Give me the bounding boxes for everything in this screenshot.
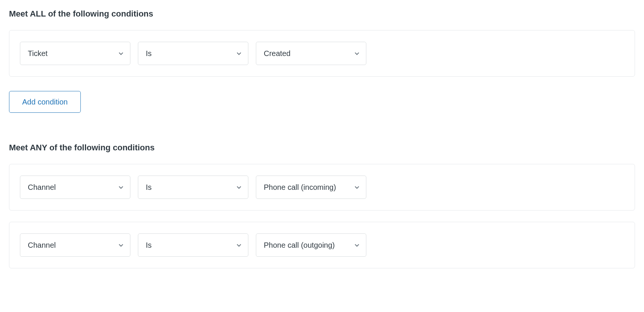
condition-operator-label: Is — [146, 183, 231, 192]
add-condition-button[interactable]: Add condition — [9, 91, 81, 113]
condition-field-label: Channel — [28, 183, 113, 192]
condition-operator-select[interactable]: Is — [138, 176, 248, 199]
condition-value-select[interactable]: Phone call (incoming) — [256, 176, 366, 199]
condition-operator-select[interactable]: Is — [138, 233, 248, 257]
chevron-down-icon — [354, 50, 360, 56]
any-conditions-group: Channel Is Phone call (outgoing) — [9, 222, 635, 268]
condition-field-select[interactable]: Ticket — [20, 42, 130, 65]
chevron-down-icon — [354, 242, 360, 248]
chevron-down-icon — [236, 50, 242, 56]
chevron-down-icon — [236, 242, 242, 248]
chevron-down-icon — [236, 184, 242, 190]
condition-field-select[interactable]: Channel — [20, 176, 130, 199]
condition-operator-select[interactable]: Is — [138, 42, 248, 65]
condition-row: Channel Is Phone call (outgoing) — [20, 233, 624, 257]
chevron-down-icon — [118, 184, 124, 190]
condition-value-label: Created — [264, 49, 349, 58]
condition-value-select[interactable]: Created — [256, 42, 366, 65]
condition-operator-label: Is — [146, 49, 231, 58]
condition-value-select[interactable]: Phone call (outgoing) — [256, 233, 366, 257]
any-conditions-group: Channel Is Phone call (incoming) — [9, 164, 635, 211]
condition-row: Channel Is Phone call (incoming) — [20, 176, 624, 199]
condition-field-select[interactable]: Channel — [20, 233, 130, 257]
all-conditions-heading: Meet ALL of the following conditions — [9, 9, 635, 19]
condition-value-label: Phone call (incoming) — [264, 183, 349, 192]
condition-field-label: Channel — [28, 241, 113, 250]
chevron-down-icon — [118, 50, 124, 56]
condition-field-label: Ticket — [28, 49, 113, 58]
chevron-down-icon — [118, 242, 124, 248]
condition-row: Ticket Is Created — [20, 42, 624, 65]
chevron-down-icon — [354, 184, 360, 190]
condition-value-label: Phone call (outgoing) — [264, 241, 349, 250]
condition-operator-label: Is — [146, 241, 231, 250]
any-conditions-heading: Meet ANY of the following conditions — [9, 143, 635, 153]
all-conditions-group: Ticket Is Created — [9, 30, 635, 77]
